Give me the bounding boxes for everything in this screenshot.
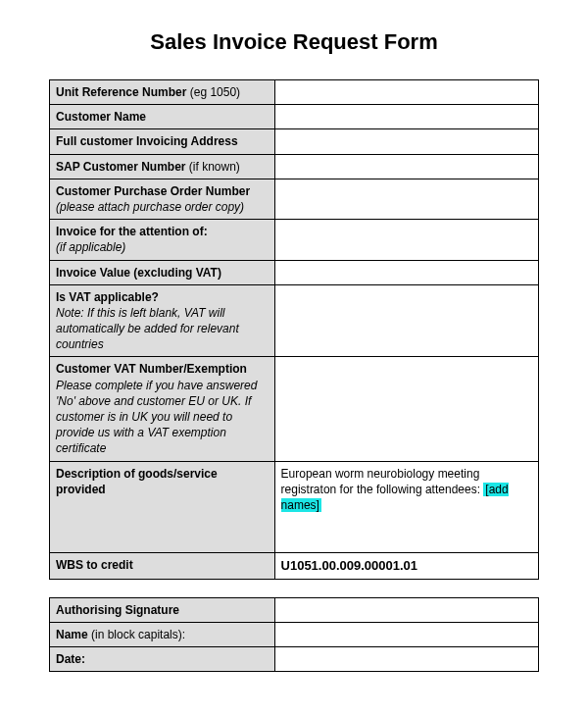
value-attention[interactable] (274, 220, 538, 260)
row-invoicing-address: Full customer Invoicing Address (50, 129, 539, 154)
label-wbs: WBS to credit (50, 553, 275, 580)
label-sap-number: SAP Customer Number (if known) (50, 154, 275, 179)
form-table: Unit Reference Number (eg 1050) Customer… (49, 79, 539, 580)
row-invoice-value: Invoice Value (excluding VAT) (50, 260, 539, 284)
row-description: Description of goods/service provided Eu… (50, 461, 539, 553)
row-attention: Invoice for the attention of: (if applic… (50, 220, 539, 260)
value-invoicing-address[interactable] (274, 129, 538, 154)
value-sap-number[interactable] (274, 154, 538, 179)
value-name[interactable] (274, 622, 538, 646)
value-customer-name[interactable] (274, 105, 538, 129)
label-vat-applicable: Is VAT applicable? Note: If this is left… (50, 284, 275, 357)
label-description: Description of goods/service provided (50, 461, 275, 553)
label-authorising: Authorising Signature (50, 597, 275, 622)
row-date: Date: (50, 647, 539, 672)
label-customer-name: Customer Name (50, 105, 275, 129)
row-wbs: WBS to credit U1051.00.009.00001.01 (50, 553, 539, 580)
page-title: Sales Invoice Request Form (49, 29, 539, 55)
row-name: Name (in block capitals): (50, 622, 539, 646)
row-sap-number: SAP Customer Number (if known) (50, 154, 539, 179)
label-invoicing-address: Full customer Invoicing Address (50, 129, 275, 154)
row-customer-name: Customer Name (50, 105, 539, 129)
value-vat-number[interactable] (274, 357, 538, 461)
label-date: Date: (50, 647, 275, 672)
row-unit-ref: Unit Reference Number (eg 1050) (50, 80, 539, 105)
label-po-number: Customer Purchase Order Number (please a… (50, 179, 275, 219)
row-vat-applicable: Is VAT applicable? Note: If this is left… (50, 284, 539, 357)
signature-table: Authorising Signature Name (in block cap… (49, 597, 539, 673)
value-date[interactable] (274, 647, 538, 672)
row-authorising: Authorising Signature (50, 597, 539, 622)
label-vat-number: Customer VAT Number/Exemption Please com… (50, 357, 275, 461)
value-po-number[interactable] (274, 179, 538, 219)
value-wbs[interactable]: U1051.00.009.00001.01 (274, 553, 538, 580)
row-po-number: Customer Purchase Order Number (please a… (50, 179, 539, 219)
value-authorising[interactable] (274, 597, 538, 622)
value-vat-applicable[interactable] (274, 284, 538, 357)
label-name: Name (in block capitals): (50, 622, 275, 646)
label-attention: Invoice for the attention of: (if applic… (50, 220, 275, 260)
label-invoice-value: Invoice Value (excluding VAT) (50, 260, 275, 284)
value-description[interactable]: European worm neurobiology meeting regis… (274, 461, 538, 553)
row-vat-number: Customer VAT Number/Exemption Please com… (50, 357, 539, 461)
label-unit-ref: Unit Reference Number (eg 1050) (50, 80, 275, 105)
value-invoice-value[interactable] (274, 260, 538, 284)
value-unit-ref[interactable] (274, 80, 538, 105)
